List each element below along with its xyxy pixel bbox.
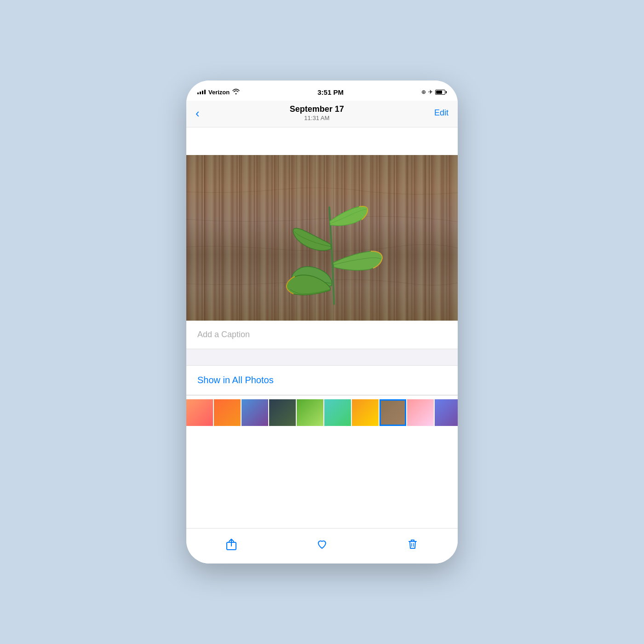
thumbnail-9[interactable] bbox=[407, 399, 434, 426]
status-left: Verizon bbox=[197, 88, 240, 96]
share-button[interactable] bbox=[221, 534, 242, 554]
battery-icon bbox=[435, 90, 447, 95]
caption-area[interactable]: Add a Caption bbox=[186, 321, 458, 349]
wifi-icon bbox=[232, 88, 240, 96]
navigation-icon: ✈ bbox=[428, 89, 433, 95]
phone-frame: Verizon 3:51 PM ⊕ ✈ ‹ Septe bbox=[186, 80, 458, 564]
signal-bar-4 bbox=[204, 90, 206, 94]
trash-icon bbox=[406, 538, 419, 551]
thumbnail-3[interactable] bbox=[242, 399, 268, 426]
nav-bar: ‹ September 17 11:31 AM Edit bbox=[186, 101, 458, 127]
status-bar: Verizon 3:51 PM ⊕ ✈ bbox=[186, 80, 458, 101]
thumbnail-1[interactable] bbox=[186, 399, 213, 426]
thumbnail-10[interactable] bbox=[435, 399, 458, 426]
signal-bar-1 bbox=[197, 92, 199, 94]
thumbnail-2[interactable] bbox=[214, 399, 241, 426]
battery-body bbox=[435, 90, 445, 95]
photo-background bbox=[186, 155, 458, 321]
signal-bar-3 bbox=[202, 91, 203, 94]
carrier-label: Verizon bbox=[208, 89, 230, 96]
scroll-content: Add a Caption Show in All Photos bbox=[186, 127, 458, 528]
thumbnail-8-selected[interactable] bbox=[380, 399, 406, 426]
edit-button[interactable]: Edit bbox=[434, 108, 448, 118]
delete-button[interactable] bbox=[402, 534, 423, 554]
battery-tip bbox=[446, 91, 447, 93]
nav-title-main: September 17 bbox=[290, 104, 344, 114]
bottom-toolbar bbox=[186, 528, 458, 564]
battery-fill bbox=[436, 91, 442, 94]
back-button[interactable]: ‹ bbox=[196, 107, 200, 119]
show-in-all-photos-button[interactable]: Show in All Photos bbox=[197, 375, 274, 385]
thumbnail-5[interactable] bbox=[297, 399, 323, 426]
photo-spacer bbox=[186, 127, 458, 155]
heart-icon bbox=[316, 538, 328, 551]
show-in-all-photos-section[interactable]: Show in All Photos bbox=[186, 366, 458, 395]
status-time: 3:51 PM bbox=[317, 88, 344, 96]
photo-container bbox=[186, 155, 458, 321]
signal-bars-icon bbox=[197, 90, 206, 94]
status-right: ⊕ ✈ bbox=[421, 89, 447, 95]
signal-bar-2 bbox=[200, 92, 201, 94]
thumbnail-6[interactable] bbox=[324, 399, 351, 426]
nav-title: September 17 11:31 AM bbox=[290, 104, 344, 121]
location-icon: ⊕ bbox=[421, 89, 426, 95]
thumbnail-7[interactable] bbox=[352, 399, 379, 426]
divider-section bbox=[186, 349, 458, 366]
leaf-image bbox=[274, 180, 394, 309]
caption-placeholder: Add a Caption bbox=[197, 330, 250, 339]
share-icon bbox=[225, 538, 238, 551]
thumbnail-4[interactable] bbox=[269, 399, 296, 426]
nav-title-sub: 11:31 AM bbox=[290, 115, 344, 121]
favorite-button[interactable] bbox=[312, 534, 332, 554]
thumbnail-strip bbox=[186, 396, 458, 430]
